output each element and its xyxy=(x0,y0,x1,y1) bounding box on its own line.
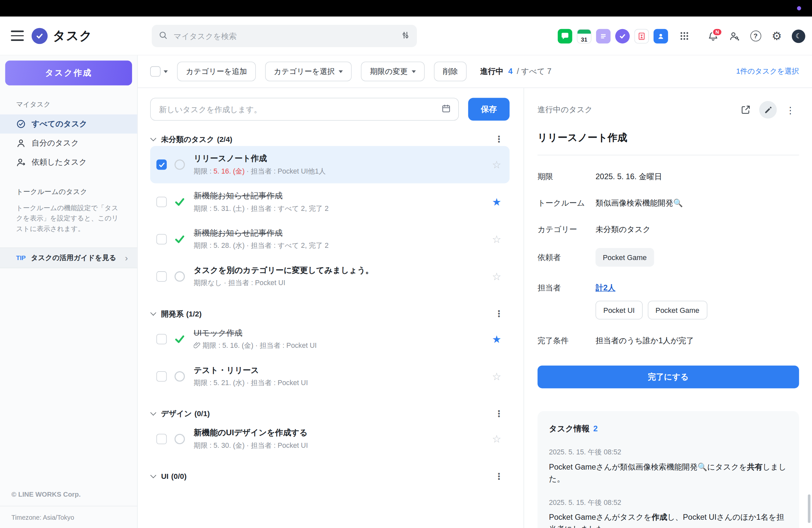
settings-gear-icon[interactable]: ⚙ xyxy=(768,27,786,45)
task-checkbox[interactable] xyxy=(157,434,167,444)
edit-pencil-icon[interactable] xyxy=(759,101,777,118)
task-row[interactable]: 新機能お知らせ記事作成期限 : 5. 28. (水) · 担当者 : すべて 2… xyxy=(150,220,510,258)
activity-count: 2 xyxy=(593,424,598,433)
filter-sliders-icon[interactable] xyxy=(401,30,410,42)
task-star-icon[interactable]: ☆ xyxy=(492,433,502,445)
field-talkroom: トークルーム 類似画像検索機能開発🔍 xyxy=(537,198,799,208)
task-row[interactable]: 新機能お知らせ記事作成期限 : 5. 31. (土) · 担当者 : すべて 2… xyxy=(150,183,510,220)
theme-toggle-icon[interactable]: ☾ xyxy=(792,29,806,43)
tasks-icon[interactable] xyxy=(615,29,630,43)
search-bar[interactable] xyxy=(152,25,417,47)
group-header[interactable]: デザイン(0/1)⋮ xyxy=(150,407,510,421)
member-chip[interactable]: Pocket UI xyxy=(595,301,642,320)
scrollbar-thumb[interactable] xyxy=(808,494,810,523)
task-status-toggle[interactable] xyxy=(174,433,186,445)
delete-button[interactable]: 削除 xyxy=(434,62,467,82)
hamburger-menu-icon[interactable] xyxy=(11,31,24,41)
task-star-icon[interactable]: ★ xyxy=(492,196,502,208)
search-input[interactable] xyxy=(172,31,396,41)
task-meta: 期限 : 5. 16. (金) · 担当者 : Pocket UI他1人 xyxy=(194,167,486,176)
group-menu-icon[interactable]: ⋮ xyxy=(488,134,509,144)
task-title: リリースノート作成 xyxy=(194,153,486,164)
open-in-new-icon[interactable] xyxy=(737,101,755,118)
sidebar-item-my-tasks[interactable]: 自分のタスク xyxy=(0,134,137,153)
chevron-down-icon[interactable] xyxy=(164,70,168,73)
chevron-down-icon xyxy=(339,70,343,73)
task-row[interactable]: テスト・リリース期限 : 5. 21. (水) · 担当者 : Pocket U… xyxy=(150,358,510,395)
task-star-icon[interactable]: ☆ xyxy=(492,158,502,171)
task-meta: 期限 : 5. 21. (水) · 担当者 : Pocket UI xyxy=(194,379,486,388)
task-toolbar: カテゴリーを追加 カテゴリーを選択 期限の変更 削除 進行中 4 / すべて 7… xyxy=(137,56,812,88)
task-row[interactable]: タスクを別のカテゴリーに変更してみましょう。期限なし · 担当者 : Pocke… xyxy=(150,258,510,295)
task-checkbox[interactable] xyxy=(157,197,167,207)
task-checkbox[interactable] xyxy=(157,371,167,381)
task-star-icon[interactable]: ☆ xyxy=(492,270,502,283)
chevron-down-icon xyxy=(412,70,416,73)
activity-text-segment: Pocket Gameさんが類似画像検索機能開発🔍にタスクを xyxy=(549,462,747,471)
task-status-toggle[interactable] xyxy=(174,333,186,346)
member-chip[interactable]: Pocket Game xyxy=(648,301,707,320)
task-status-toggle[interactable] xyxy=(174,196,186,208)
task-row[interactable]: UIモック作成期限 : 5. 16. (金) · 担当者 : Pocket UI… xyxy=(150,320,510,358)
calendar-icon[interactable]: 31 xyxy=(577,29,592,43)
tip-banner[interactable]: TIP タスクの活用ガイドを見る › xyxy=(0,248,137,269)
apps-grid-icon[interactable] xyxy=(675,27,693,45)
chevron-down-icon xyxy=(150,472,157,478)
task-status-toggle[interactable] xyxy=(174,158,186,171)
app-logo[interactable]: タスク xyxy=(32,27,93,44)
activity-entries: 2025. 5. 15. 午後 08:52Pocket Gameさんが類似画像検… xyxy=(549,448,787,528)
task-checkbox[interactable] xyxy=(157,159,167,170)
new-task-input[interactable] xyxy=(158,104,436,114)
group-header[interactable]: 開発系(1/2)⋮ xyxy=(150,307,510,320)
task-star-icon[interactable]: ☆ xyxy=(492,233,502,246)
tip-text: タスクの活用ガイドを見る xyxy=(31,253,117,263)
group-menu-icon[interactable]: ⋮ xyxy=(488,309,509,319)
notes-icon[interactable] xyxy=(596,29,611,43)
task-checkbox[interactable] xyxy=(157,334,167,344)
contacts-icon[interactable] xyxy=(654,29,668,43)
task-row[interactable]: 新機能のUIデザインを作成する期限 : 5. 30. (金) · 担当者 : P… xyxy=(150,421,510,458)
notifications-bell-icon[interactable]: N xyxy=(705,27,722,45)
sidebar-item-requested-tasks[interactable]: 依頼したタスク xyxy=(0,153,137,172)
task-status-toggle[interactable] xyxy=(174,370,186,383)
group-count: (1/2) xyxy=(186,310,202,318)
task-checkbox[interactable] xyxy=(157,234,167,244)
task-row[interactable]: リリースノート作成期限 : 5. 16. (金) · 担当者 : Pocket … xyxy=(150,146,510,183)
group-menu-icon[interactable]: ⋮ xyxy=(488,409,509,419)
survey-icon[interactable] xyxy=(634,29,649,43)
task-checkbox[interactable] xyxy=(157,271,167,281)
add-category-button[interactable]: カテゴリーを追加 xyxy=(177,62,256,82)
task-status-toggle[interactable] xyxy=(174,270,186,283)
select-category-button[interactable]: カテゴリーを選択 xyxy=(265,62,352,82)
complete-task-button[interactable]: 完了にする xyxy=(537,366,799,388)
member-chip[interactable]: Pocket Game xyxy=(595,248,654,266)
task-meta-text: 期限 : 5. 16. (金) · 担当者 : Pocket UI xyxy=(202,341,317,350)
checkbox[interactable] xyxy=(150,66,160,76)
group-header[interactable]: 未分類のタスク(2/4)⋮ xyxy=(150,133,510,146)
task-star-icon[interactable]: ★ xyxy=(492,333,502,346)
new-task-input-wrap[interactable] xyxy=(150,98,459,121)
group-header[interactable]: UI(0/0)⋮ xyxy=(150,470,510,483)
selected-tasks-link[interactable]: 1件のタスクを選択 xyxy=(736,67,799,76)
detail-menu-icon[interactable]: ⋮ xyxy=(781,101,799,118)
talkroom-description: トークルームの機能設定で「タスクを表示」を設定すると、このリストに表示されます。 xyxy=(16,203,121,234)
message-icon[interactable] xyxy=(558,29,572,43)
create-task-button[interactable]: タスク作成 xyxy=(5,61,132,86)
group-name: 未分類のタスク xyxy=(161,134,214,144)
activity-text-segment: Pocket Gameさんがタスクを xyxy=(549,513,652,522)
field-due: 期限 2025. 5. 16. 金曜日 xyxy=(537,172,799,182)
admin-icon[interactable] xyxy=(726,27,743,45)
task-star-icon[interactable]: ☆ xyxy=(492,370,502,383)
task-status-toggle[interactable] xyxy=(174,233,186,246)
task-group: UI(0/0)⋮ xyxy=(150,470,510,483)
change-due-date-button[interactable]: 期限の変更 xyxy=(361,62,425,82)
group-menu-icon[interactable]: ⋮ xyxy=(488,471,509,482)
sidebar-item-all-tasks[interactable]: すべてのタスク xyxy=(0,115,137,134)
calendar-icon[interactable] xyxy=(441,103,451,115)
select-all-checkbox[interactable] xyxy=(150,66,168,76)
help-icon[interactable]: ? xyxy=(746,27,764,45)
task-meta: 期限 : 5. 31. (土) · 担当者 : すべて 2, 完了 2 xyxy=(194,204,486,213)
assignee-count-link[interactable]: 計2人 xyxy=(595,283,615,293)
field-value-talkroom[interactable]: 類似画像検索機能開発🔍 xyxy=(595,198,683,208)
save-task-button[interactable]: 保存 xyxy=(468,98,510,121)
